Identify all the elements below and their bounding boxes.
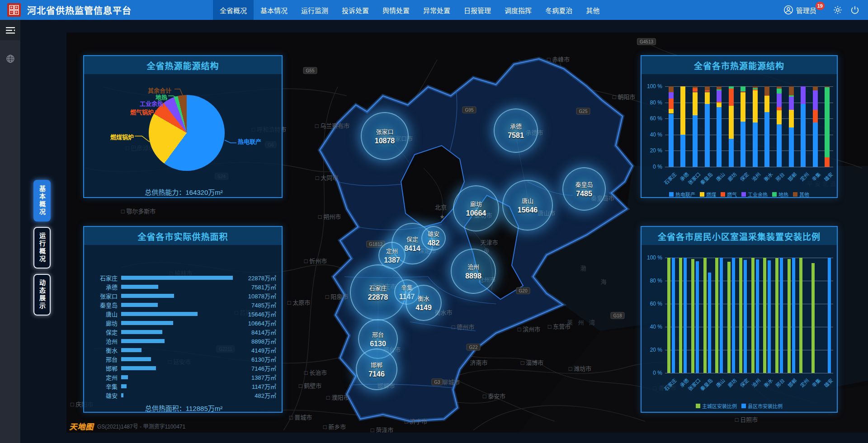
side-tab-1[interactable]: 运行概况 — [33, 227, 51, 269]
stacked-bar-segment[interactable] — [753, 86, 758, 88]
city-bubble-承德[interactable]: 承德7581 — [494, 108, 538, 153]
stacked-bar-segment[interactable] — [753, 123, 758, 167]
stacked-bar-segment[interactable] — [764, 96, 769, 112]
stacked-bar-segment[interactable] — [705, 86, 710, 90]
stacked-bar-segment[interactable] — [813, 90, 818, 110]
row-bar[interactable] — [121, 348, 142, 352]
legend-item[interactable]: 热电联产 — [669, 191, 695, 198]
stacked-bar-segment[interactable] — [680, 135, 685, 167]
row-bar[interactable] — [121, 321, 173, 325]
stacked-bar-segment[interactable] — [801, 86, 806, 104]
grouped-bar[interactable] — [732, 258, 735, 373]
row-bar[interactable] — [121, 393, 123, 397]
row-bar[interactable] — [121, 285, 158, 289]
city-bubble-衡水[interactable]: 衡水4149 — [406, 285, 442, 321]
city-bubble-唐山[interactable]: 唐山15646 — [502, 180, 553, 231]
row-bar[interactable] — [121, 366, 156, 370]
legend-item[interactable]: 县区市安装比例 — [741, 402, 783, 410]
stacked-bar-segment[interactable] — [705, 104, 710, 167]
row-bar[interactable] — [121, 294, 174, 298]
stacked-bar-segment[interactable] — [717, 90, 722, 90]
grouped-bar[interactable] — [684, 258, 687, 373]
side-tab-2[interactable]: 动态展示 — [33, 274, 51, 316]
stacked-bar-segment[interactable] — [669, 99, 674, 109]
stacked-bar-segment[interactable] — [729, 106, 734, 139]
nav-item-8[interactable]: 冬病夏治 — [538, 0, 579, 20]
side-tab-0[interactable]: 基本概况 — [33, 180, 51, 222]
grouped-bar[interactable] — [679, 258, 682, 373]
grouped-bar[interactable] — [715, 258, 718, 373]
stacked-bar-segment[interactable] — [813, 86, 818, 90]
settings-gear-icon[interactable] — [833, 5, 843, 15]
stacked-bar-segment[interactable] — [693, 86, 698, 88]
stacked-bar-segment[interactable] — [777, 110, 782, 124]
nav-item-2[interactable]: 运行监测 — [294, 0, 335, 20]
grouped-bar[interactable] — [788, 259, 791, 373]
city-bubble-邯郸[interactable]: 邯郸7146 — [356, 349, 397, 390]
stacked-bar-segment[interactable] — [669, 92, 674, 99]
stacked-bar-segment[interactable] — [741, 122, 745, 167]
stacked-bar-segment[interactable] — [717, 86, 722, 90]
user-icon[interactable] — [783, 5, 793, 15]
user-name[interactable]: 管理员 — [796, 5, 816, 15]
grouped-bar[interactable] — [756, 259, 759, 373]
row-bar[interactable] — [121, 357, 151, 361]
stacked-bar-segment[interactable] — [693, 88, 698, 92]
stacked-bar-segment[interactable] — [764, 95, 769, 96]
grouped-bar[interactable] — [691, 259, 694, 373]
grouped-bar[interactable] — [672, 258, 675, 373]
stacked-bar-segment[interactable] — [753, 88, 758, 90]
grouped-bar[interactable] — [696, 261, 699, 373]
stacked-bar-segment[interactable] — [764, 86, 769, 95]
stacked-bar-segment[interactable] — [741, 86, 745, 91]
grouped-bar[interactable] — [780, 258, 783, 373]
city-bubble-沧州[interactable]: 沧州8898 — [451, 249, 496, 294]
grouped-bar[interactable] — [811, 263, 815, 373]
city-bubble-秦皇岛[interactable]: 秦皇岛7485 — [562, 167, 606, 211]
stacked-bar-segment[interactable] — [717, 102, 722, 103]
stacked-bar-segment[interactable] — [729, 139, 734, 167]
row-bar[interactable] — [121, 312, 198, 316]
notification-badge[interactable]: 19 — [816, 2, 825, 10]
legend-item[interactable]: 燃煤 — [700, 191, 716, 198]
stacked-bar-segment[interactable] — [777, 107, 782, 110]
nav-item-1[interactable]: 基本情况 — [254, 0, 294, 20]
row-bar[interactable] — [121, 384, 127, 388]
stacked-bar-segment[interactable] — [669, 86, 674, 92]
grouped-bar[interactable] — [792, 258, 795, 373]
nav-item-9[interactable]: 其他 — [579, 0, 606, 20]
legend-item[interactable]: 工业余热 — [741, 191, 768, 198]
stacked-bar-segment[interactable] — [789, 110, 794, 127]
grouped-bar[interactable] — [708, 273, 711, 373]
stacked-bar-segment[interactable] — [777, 124, 782, 167]
legend-item[interactable]: 地热 — [772, 191, 788, 198]
nav-item-0[interactable]: 全省概况 — [213, 0, 254, 20]
grouped-bar[interactable] — [775, 258, 778, 373]
stacked-bar-segment[interactable] — [729, 89, 734, 105]
stacked-bar-segment[interactable] — [717, 103, 722, 108]
stacked-bar-segment[interactable] — [801, 104, 806, 167]
collapse-menu-button[interactable] — [0, 20, 20, 40]
stacked-bar-segment[interactable] — [777, 86, 782, 89]
row-bar[interactable] — [121, 330, 162, 334]
stacked-bar-segment[interactable] — [693, 115, 698, 167]
row-bar[interactable] — [121, 339, 165, 343]
stacked-bar-segment[interactable] — [669, 109, 674, 114]
stacked-bar-segment[interactable] — [777, 94, 782, 107]
city-bubble-张家口[interactable]: 张家口10878 — [361, 112, 409, 160]
stacked-bar-segment[interactable] — [789, 97, 794, 110]
stacked-bar-segment[interactable] — [764, 112, 769, 167]
nav-item-5[interactable]: 异常处置 — [416, 0, 457, 20]
stacked-bar-segment[interactable] — [741, 92, 745, 122]
stacked-bar-segment[interactable] — [729, 86, 734, 89]
row-bar[interactable] — [121, 276, 233, 280]
grouped-bar[interactable] — [727, 262, 731, 373]
stacked-bar-segment[interactable] — [813, 110, 818, 123]
stacked-bar-segment[interactable] — [813, 123, 818, 167]
grouped-bar[interactable] — [667, 258, 670, 373]
stacked-bar-segment[interactable] — [680, 86, 685, 135]
stacked-bar-segment[interactable] — [753, 90, 758, 123]
nav-item-3[interactable]: 投诉处置 — [335, 0, 376, 20]
stacked-bar-segment[interactable] — [705, 92, 710, 104]
grouped-bar[interactable] — [703, 258, 707, 373]
